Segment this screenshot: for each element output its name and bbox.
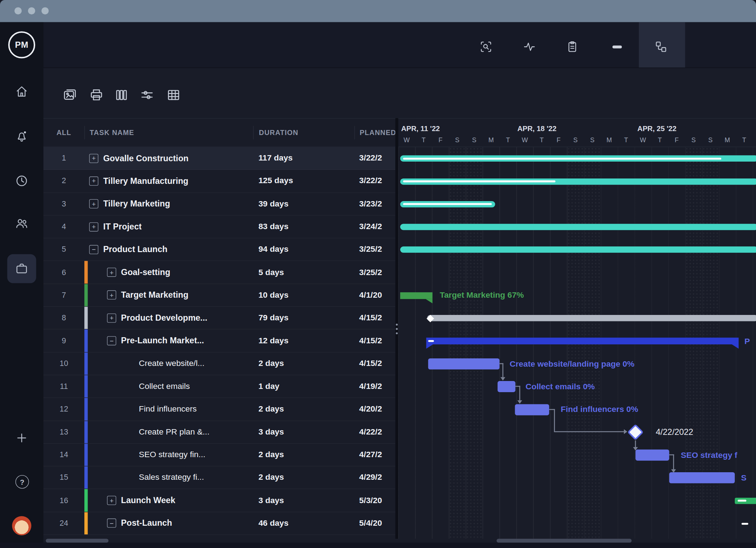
gantt-label-sales: S: [741, 473, 746, 483]
workflow-icon[interactable]: [655, 41, 667, 53]
bar-create-website[interactable]: [428, 358, 500, 370]
table-row[interactable]: 12 Find influencers 2 days 4/20/2: [43, 398, 395, 421]
progress-line: [403, 158, 721, 159]
bell-icon[interactable]: [15, 129, 29, 143]
bar-launch-week[interactable]: [735, 498, 756, 504]
task-planned-start: 4/19/2: [354, 382, 395, 391]
plus-icon[interactable]: [15, 431, 29, 445]
task-duration: 12 days: [253, 336, 354, 345]
day-letter: F: [432, 136, 449, 144]
bar-sales-strategy[interactable]: [669, 472, 735, 483]
app-logo[interactable]: PM: [0, 22, 43, 68]
bar-icon[interactable]: [611, 41, 624, 53]
help-icon[interactable]: [15, 475, 29, 489]
day-letter: T: [533, 136, 550, 144]
row-number: 24: [43, 519, 84, 528]
bar-find-influencers[interactable]: [515, 404, 549, 415]
user-avatar[interactable]: [12, 516, 32, 535]
bar-product-launch[interactable]: [400, 247, 756, 253]
task-planned-start: 3/24/2: [354, 222, 395, 232]
task-duration: 94 days: [253, 245, 354, 254]
collapse-icon[interactable]: [107, 336, 116, 345]
window-zoom-button[interactable]: [42, 7, 49, 14]
table-row[interactable]: 3 Tillery Marketing 39 days 3/23/2: [43, 193, 395, 216]
clock-icon[interactable]: [15, 174, 29, 188]
task-duration: 3 days: [253, 427, 354, 437]
bar-seo-strategy[interactable]: [635, 450, 669, 461]
table-row[interactable]: 16 Launch Week 3 days 5/3/20: [43, 489, 395, 512]
gantt-horizontal-scrollbar[interactable]: [496, 539, 631, 543]
expand-icon[interactable]: [89, 176, 98, 186]
filter-icon[interactable]: [140, 88, 154, 102]
scan-search-icon[interactable]: [480, 41, 492, 53]
bar-pre-launch-marketing[interactable]: [426, 338, 738, 344]
expand-icon[interactable]: [89, 222, 98, 232]
table-horizontal-scrollbar[interactable]: [46, 539, 109, 543]
table-row[interactable]: 9 Pre-Launch Market... 12 days 4/15/2: [43, 330, 395, 353]
window-close-button[interactable]: [14, 7, 22, 14]
collapse-icon[interactable]: [89, 245, 98, 254]
row-color-strip: [84, 466, 88, 489]
bar-it-project[interactable]: [400, 224, 756, 230]
task-planned-start: 3/25/2: [354, 268, 395, 277]
expand-icon[interactable]: [107, 314, 116, 323]
portfolio-icon[interactable]: [15, 262, 29, 275]
projects-icon[interactable]: [63, 88, 77, 102]
table-row[interactable]: 24 Post-Launch 46 days 5/4/20: [43, 512, 395, 535]
day-letter: T: [736, 136, 753, 144]
bar-tillery-manufacturing[interactable]: [400, 178, 756, 184]
table-row[interactable]: 6 Goal-setting 5 days 3/25/2: [43, 261, 395, 284]
activity-icon[interactable]: [523, 41, 536, 53]
print-icon[interactable]: [89, 88, 103, 102]
task-duration: 39 days: [253, 199, 354, 209]
milestone-create-pr-plan[interactable]: [627, 424, 644, 441]
sidebar: PM: [0, 22, 43, 548]
task-planned-start: 4/15/2: [354, 336, 395, 345]
team-icon[interactable]: [15, 217, 29, 230]
table-icon[interactable]: [166, 88, 181, 102]
pane-splitter[interactable]: [395, 118, 398, 539]
table-row[interactable]: 8 Product Developme... 79 days 4/15/2: [43, 307, 395, 330]
table-row[interactable]: 14 SEO strategy fin... 2 days 4/27/2: [43, 443, 395, 466]
home-icon[interactable]: [15, 85, 29, 98]
bar-collect-emails[interactable]: [498, 381, 515, 392]
expand-icon[interactable]: [107, 268, 116, 277]
table-row[interactable]: 15 Sales strategy fi... 2 days 4/29/2: [43, 466, 395, 489]
table-row[interactable]: 7 Target Marketing 10 days 4/1/20: [43, 284, 395, 307]
clipboard-icon[interactable]: [566, 41, 579, 53]
task-duration: 79 days: [253, 313, 354, 323]
task-duration: 5 days: [253, 268, 354, 277]
column-header-task-name[interactable]: TASK NAME: [84, 126, 253, 140]
expand-icon[interactable]: [89, 199, 98, 209]
table-row[interactable]: 11 Collect emails 1 day 4/19/2: [43, 375, 395, 398]
expand-icon[interactable]: [89, 154, 98, 163]
table-row[interactable]: 5 Product Launch 94 days 3/25/2: [43, 238, 395, 261]
expand-icon[interactable]: [107, 496, 116, 505]
table-row[interactable]: 1 Govalle Construction 117 days 3/22/2: [43, 147, 395, 170]
day-letter: W: [516, 136, 533, 144]
window-minimize-button[interactable]: [28, 7, 35, 14]
row-number: 15: [43, 473, 84, 482]
column-header-duration[interactable]: DURATION: [253, 126, 354, 140]
row-number: 2: [43, 177, 84, 185]
bar-tillery-marketing[interactable]: [400, 201, 495, 207]
dependency-line: [673, 454, 674, 469]
dependency-arrow: [500, 377, 505, 380]
progress-line: [428, 340, 434, 342]
row-color-strip: [84, 398, 88, 420]
collapse-icon[interactable]: [107, 519, 116, 528]
timeline-header: APR, 11 '22 APR, 18 '22 APR, 25 '22 W T …: [398, 118, 756, 147]
bar-govalle-construction[interactable]: [400, 155, 756, 161]
columns-icon[interactable]: [114, 88, 129, 102]
table-row[interactable]: 13 Create PR plan &... 3 days 4/22/2: [43, 421, 395, 444]
task-duration: 2 days: [253, 473, 354, 483]
bar-product-development[interactable]: [427, 315, 756, 321]
column-header-all[interactable]: ALL: [43, 129, 84, 136]
table-row[interactable]: 4 IT Project 83 days 3/24/2: [43, 215, 395, 238]
table-row[interactable]: 10 Create website/l... 2 days 4/15/2: [43, 352, 395, 375]
bar-target-marketing[interactable]: [400, 292, 433, 299]
task-duration: 2 days: [253, 359, 354, 368]
column-header-planned[interactable]: PLANNED: [354, 126, 395, 140]
table-row[interactable]: 2 Tillery Manufacturing 125 days 3/22/2: [43, 170, 395, 193]
expand-icon[interactable]: [107, 291, 116, 300]
